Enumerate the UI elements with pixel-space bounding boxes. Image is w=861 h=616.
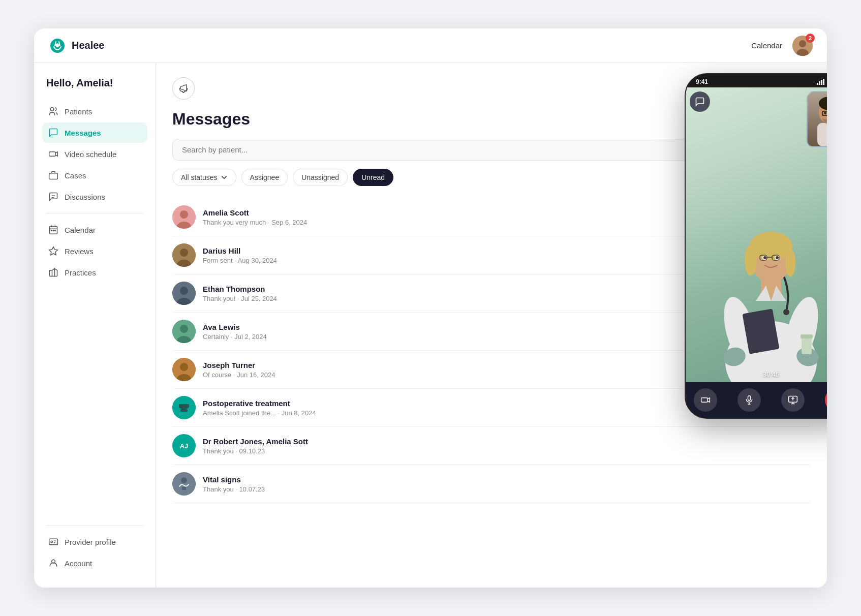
sidebar-nav: Patients Messages Video schedule (42, 101, 147, 283)
filter-unassigned-label: Unassigned (301, 173, 339, 181)
screen-share-button[interactable] (781, 388, 805, 412)
phone-screen: 9:41 (686, 74, 827, 418)
svg-point-38 (172, 472, 196, 496)
filter-unassigned[interactable]: Unassigned (293, 169, 348, 186)
sidebar-label-video: Video schedule (65, 150, 116, 159)
sidebar-item-calendar[interactable]: Calendar (42, 220, 147, 240)
sidebar-label-reviews: Reviews (65, 247, 94, 256)
logo-icon (48, 37, 67, 55)
megaphone-icon (178, 83, 189, 94)
end-call-button[interactable] (825, 388, 827, 412)
sidebar-label-account: Account (65, 559, 92, 568)
broadcast-button[interactable] (172, 77, 195, 100)
svg-point-58 (785, 249, 795, 277)
avatar (172, 282, 196, 305)
message-content: Dr Robert Jones, Amelia Sott Thank you ·… (203, 437, 811, 455)
phone-overlay: 9:41 (685, 73, 827, 419)
sidebar-item-practices[interactable]: Practices (42, 262, 147, 283)
video-pip (807, 91, 827, 147)
sidebar-item-reviews[interactable]: Reviews (42, 241, 147, 261)
svg-point-4 (50, 108, 54, 111)
svg-point-12 (53, 230, 54, 231)
svg-rect-78 (748, 396, 751, 401)
call-timer: 30:45 (763, 371, 780, 378)
logo: Healee (48, 37, 105, 55)
list-item[interactable]: Vital signs Thank you · 10.07.23 (172, 465, 811, 503)
notification-badge: 2 (806, 34, 815, 43)
camera-button[interactable] (694, 388, 717, 412)
mic-button[interactable] (737, 388, 761, 412)
video-main: 30:45 (686, 87, 827, 382)
filter-unread[interactable]: Unread (353, 169, 393, 186)
svg-point-53 (783, 309, 789, 315)
phone-frame: 9:41 (685, 73, 827, 419)
message-name: Dr Robert Jones, Amelia Sott (203, 437, 811, 446)
svg-rect-42 (819, 81, 820, 85)
video-icon (48, 149, 58, 159)
list-item[interactable]: AJ Dr Robert Jones, Amelia Sott Thank yo… (172, 427, 811, 465)
app-container: Healee Calendar 2 Hello, Amelia! (34, 28, 827, 588)
message-preview: Thank you · 09.10.23 (203, 447, 811, 455)
sidebar-label-provider: Provider profile (65, 538, 116, 546)
top-nav: Healee Calendar 2 (34, 28, 827, 63)
svg-point-16 (51, 541, 52, 542)
sidebar-item-discussions[interactable]: Discussions (42, 187, 147, 207)
building-icon (48, 267, 58, 278)
chat-icon (695, 97, 705, 107)
id-card-icon (48, 537, 58, 547)
sidebar-divider (46, 213, 143, 213)
svg-point-57 (745, 245, 757, 275)
chevron-down-icon (221, 174, 228, 181)
svg-rect-66 (802, 336, 812, 354)
mic-icon (744, 395, 754, 405)
signal-icon (817, 79, 825, 85)
sidebar-item-provider-profile[interactable]: Provider profile (42, 532, 147, 552)
messages-icon (48, 128, 58, 138)
sidebar-item-patients[interactable]: Patients (42, 101, 147, 121)
sidebar-item-video-schedule[interactable]: Video schedule (42, 144, 147, 164)
avatar (172, 396, 196, 419)
svg-rect-77 (701, 398, 708, 402)
svg-point-11 (51, 230, 52, 231)
svg-rect-37 (180, 409, 188, 412)
svg-rect-71 (817, 123, 827, 146)
filter-assignee[interactable]: Assignee (241, 169, 288, 186)
logo-text: Healee (72, 40, 105, 51)
calendar-link[interactable]: Calendar (751, 41, 782, 50)
svg-rect-44 (823, 79, 824, 85)
svg-point-23 (180, 249, 188, 257)
svg-point-61 (763, 256, 766, 259)
screen-share-icon (788, 395, 798, 405)
call-controls (686, 382, 827, 418)
svg-rect-40 (182, 487, 186, 490)
phone-status-bar: 9:41 (686, 74, 827, 87)
message-preview: Thank you · 10.07.23 (203, 485, 811, 493)
users-icon (48, 106, 58, 116)
chat-button[interactable] (690, 91, 710, 112)
svg-point-75 (824, 112, 826, 114)
content-area: Messages All statuses Assignee Unassigne… (156, 63, 827, 588)
avatar: AJ (172, 434, 196, 457)
phone-time: 9:41 (696, 78, 708, 85)
avatar (172, 320, 196, 343)
sidebar-divider-2 (46, 525, 143, 526)
sidebar: Hello, Amelia! Patients Messages (34, 63, 156, 588)
svg-point-0 (56, 44, 59, 47)
discussions-icon (48, 192, 58, 202)
svg-rect-43 (821, 80, 822, 85)
star-icon (48, 246, 58, 256)
user-avatar-container[interactable]: 2 (792, 36, 813, 56)
avatar (172, 243, 196, 267)
top-nav-right: Calendar 2 (751, 36, 813, 56)
avatar (172, 472, 196, 496)
sidebar-bottom: Provider profile Account (42, 520, 147, 573)
avatar (172, 205, 196, 229)
sidebar-item-account[interactable]: Account (42, 553, 147, 573)
sidebar-item-cases[interactable]: Cases (42, 165, 147, 186)
sidebar-item-messages[interactable]: Messages (42, 122, 147, 143)
filter-all-statuses[interactable]: All statuses (172, 169, 236, 186)
svg-point-2 (799, 40, 806, 47)
svg-rect-67 (801, 334, 813, 338)
svg-rect-5 (49, 152, 56, 156)
sidebar-label-calendar: Calendar (65, 226, 96, 234)
